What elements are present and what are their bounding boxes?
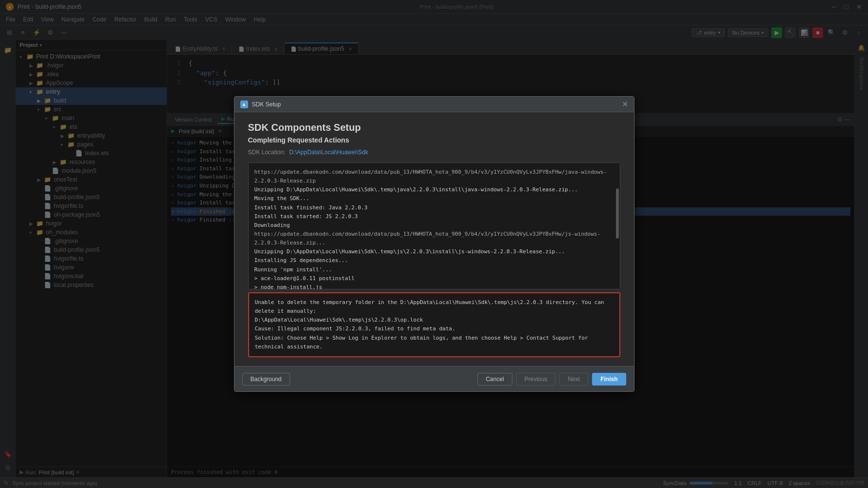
background-button[interactable]: Background <box>242 373 290 386</box>
log-entry: https://update.dbankodn.com/download/dat… <box>254 168 614 185</box>
log-entry: Downloading <box>254 221 614 230</box>
sdk-location-label: SDK Location: <box>248 149 286 156</box>
modal-close-button[interactable]: ✕ <box>622 101 628 108</box>
error-line-1: Unable to delete the temporary folder in… <box>255 298 614 316</box>
modal-overlay: ▲ SDK Setup ✕ SDK Components Setup Compl… <box>0 0 868 488</box>
error-line-4: Solution: Choose Help > Show Log in Expl… <box>255 334 614 351</box>
modal-title-bar: ▲ SDK Setup ✕ <box>234 97 634 112</box>
error-line-3: Cause: Illegal component JS:2.2.0.3, fai… <box>255 325 614 333</box>
cancel-button[interactable]: Cancel <box>477 373 512 386</box>
log-entry: Unzipping D:\AppData\Local\Huawei\Sdk\.t… <box>254 185 614 194</box>
log-entry: Installing JS dependencies... <box>254 256 614 265</box>
modal-subheading: Completing Requested Actions <box>248 136 620 144</box>
next-button[interactable]: Next <box>559 373 588 386</box>
finish-button[interactable]: Finish <box>592 373 626 386</box>
modal-footer: Background Cancel Previous Next Finish <box>234 366 634 391</box>
log-entry: Moving the SDK... <box>254 194 614 203</box>
log-entry: Install task started: JS 2.2.0.3 <box>254 212 614 221</box>
log-entry: > node npm-install.js <box>254 283 614 289</box>
log-entry: Install task finished: Java 2.2.0.3 <box>254 203 614 212</box>
previous-button[interactable]: Previous <box>516 373 556 386</box>
modal-title-text: SDK Setup <box>252 101 281 108</box>
log-entry: > ace-loader@1.0.11 postinstall <box>254 274 614 283</box>
modal-error-box: Unable to delete the temporary folder in… <box>248 292 620 357</box>
modal-body: SDK Components Setup Completing Requeste… <box>234 112 634 366</box>
sdk-location-value: D:\AppData\Local\Huawei\Sdk <box>289 149 368 156</box>
log-scrollbar[interactable] <box>616 188 619 239</box>
modal-dialog: ▲ SDK Setup ✕ SDK Components Setup Compl… <box>234 96 635 392</box>
modal-sdk-location: SDK Location: D:\AppData\Local\Huawei\Sd… <box>248 149 620 156</box>
log-entry: Running 'npm install'... <box>254 265 614 274</box>
modal-app-icon: ▲ <box>240 101 248 108</box>
error-line-2: D:\AppData\Local\Huawei\Sdk\.temp\js\2.2… <box>255 316 614 325</box>
log-entry: Unzipping D:\AppData\Local\Huawei\Sdk\.t… <box>254 247 614 256</box>
modal-log-box: https://update.dbankodn.com/download/dat… <box>248 163 620 289</box>
log-entry: https://update.dbankodn.com/download/dat… <box>254 230 614 247</box>
modal-heading: SDK Components Setup <box>248 122 620 133</box>
